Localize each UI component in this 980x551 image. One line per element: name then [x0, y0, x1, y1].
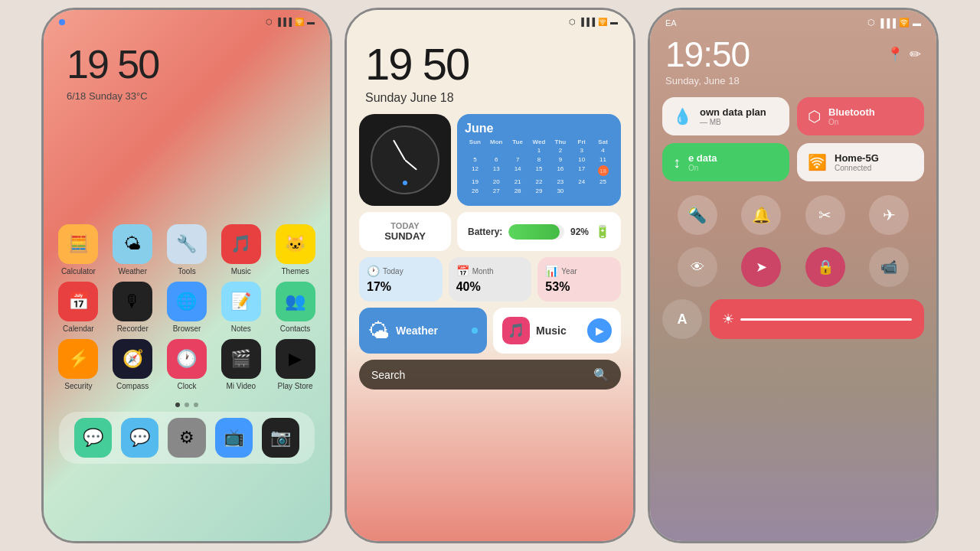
calendar-widget[interactable]: June SunMonTueWedThuFriSat 1234 56789101…	[457, 114, 621, 206]
clock-icon: 🕐	[167, 339, 207, 379]
eye-btn[interactable]: 👁	[678, 247, 717, 287]
battery-plug-icon: 🔋	[595, 224, 610, 239]
app-contacts[interactable]: 👥 Contacts	[271, 282, 319, 333]
phone3-location-icon: 📍	[887, 46, 903, 63]
music-label: Music	[231, 267, 251, 276]
app-security[interactable]: ⚡ Security	[54, 339, 103, 390]
dock-icon-2[interactable]: 💬	[121, 418, 158, 458]
calculator-label: Calculator	[61, 267, 96, 276]
phone-3: EA ⬡ ▐▐▐ 🛜 ▬ 19:50 📍 ✏ Sunday, June 18 💧…	[648, 8, 939, 543]
clock-minute-hand	[393, 140, 406, 161]
playstore-label: Play Store	[278, 382, 313, 390]
brightness-tile[interactable]: ☀	[710, 299, 924, 339]
phone3-top-icons: 📍 ✏	[887, 46, 921, 63]
lock-rotate-btn[interactable]: 🔒	[805, 247, 845, 287]
mivideo-icon: 🎬	[221, 339, 261, 379]
calculator-icon: 🧮	[58, 224, 98, 264]
app-notes[interactable]: 📝 Notes	[217, 282, 265, 333]
font-btn[interactable]: A	[662, 299, 702, 339]
dock-icon-1[interactable]: 💬	[74, 418, 112, 458]
month-usage-pct: 40%	[456, 280, 524, 294]
phone3-signal-icon: ▐▐▐	[878, 18, 896, 28]
control-tiles: 💧 own data plan — MB ⬡ Bluetooth On ↕ e …	[650, 97, 936, 181]
phone3-date: Sunday, June 18	[650, 75, 936, 97]
phone2-bluetooth-icon: ⬡	[569, 18, 576, 26]
phone3-battery-icon: ▬	[913, 18, 921, 28]
phone3-time-row: 19:50 📍 ✏	[650, 28, 936, 75]
app-tools[interactable]: 🔧 Tools	[163, 224, 211, 276]
location-btn[interactable]: ➤	[741, 247, 781, 287]
music-widget[interactable]: 🎵 Music ▶	[493, 308, 621, 354]
today-usage-widget[interactable]: 🕐 Today 17%	[359, 257, 443, 302]
dock-settings[interactable]: ⚙	[168, 418, 205, 458]
app-calendar[interactable]: 📅 Calendar	[54, 282, 103, 333]
bluetooth-tile-label: Bluetooth	[828, 106, 875, 118]
dock-icon-4[interactable]: 📺	[215, 418, 253, 458]
search-icon: 🔍	[593, 367, 609, 382]
today-widget[interactable]: TODAY SUNDAY	[359, 212, 451, 251]
weather-widget-label: Weather	[396, 324, 438, 337]
dot-2	[185, 403, 189, 407]
phone2-time: 19 50	[347, 26, 633, 91]
app-compass[interactable]: 🧭 Compass	[109, 339, 157, 390]
weather-widget[interactable]: 🌤 Weather	[359, 308, 487, 354]
app-clock[interactable]: 🕐 Clock	[163, 339, 211, 390]
app-recorder[interactable]: 🎙 Recorder	[109, 282, 157, 333]
wifi-tile-label: Home-5G	[835, 152, 879, 164]
battery-bar	[508, 224, 564, 240]
app-playstore[interactable]: ▶ Play Store	[271, 339, 319, 390]
bluetooth-tile[interactable]: ⬡ Bluetooth On	[797, 97, 924, 135]
browser-label: Browser	[173, 324, 201, 333]
app-themes[interactable]: 🐱 Themes	[271, 224, 319, 276]
phone3-status-bar: EA ⬡ ▐▐▐ 🛜 ▬	[650, 10, 936, 28]
wifi-icon: 🛜	[295, 18, 304, 26]
weather-label: Weather	[118, 267, 147, 276]
year-usage-widget[interactable]: 📊 Year 53%	[537, 257, 621, 302]
phone1-dot	[59, 19, 65, 25]
music-play-button[interactable]: ▶	[587, 318, 612, 343]
clock-widget[interactable]	[359, 114, 451, 206]
battery-widget[interactable]: Battery: 92% 🔋	[457, 212, 621, 251]
usage-row: 🕐 Today 17% 📅 Month 40% 📊 Year 53%	[347, 257, 633, 302]
app-browser[interactable]: 🌐 Browser	[163, 282, 211, 333]
phone2-wifi-icon: 🛜	[598, 18, 607, 26]
brightness-icon: ☀	[722, 311, 734, 328]
music-app-icon: 🎵	[502, 317, 530, 344]
dock-camera[interactable]: 📷	[262, 418, 299, 458]
bluetooth-ctrl-icon: ⬡	[808, 107, 821, 126]
data-plan-tile[interactable]: 💧 own data plan — MB	[662, 97, 789, 135]
today-label: TODAY	[390, 221, 419, 230]
wifi-tile[interactable]: 🛜 Home-5G Connected	[797, 143, 924, 181]
dot-1	[175, 403, 180, 407]
battery-percentage: 92%	[570, 227, 589, 237]
weather-sun-icon: 🌤	[368, 318, 390, 344]
dot-3	[194, 403, 198, 407]
playstore-icon: ▶	[276, 339, 315, 379]
video-btn[interactable]: 📹	[869, 247, 909, 287]
bluetooth-icon: ⬡	[266, 18, 273, 26]
app-calculator[interactable]: 🧮 Calculator	[54, 224, 103, 276]
phone1-app-grid: 🧮 Calculator 🌤 Weather 🔧 Tools 🎵 Music 🐱…	[44, 117, 330, 398]
month-usage-widget[interactable]: 📅 Month 40%	[449, 257, 532, 302]
today-battery-row: TODAY SUNDAY Battery: 92% 🔋	[347, 212, 633, 251]
app-mivideo[interactable]: 🎬 Mi Video	[217, 339, 265, 390]
phone1-date: 6/18 Sunday 33°C	[44, 90, 330, 117]
search-bar[interactable]: Search 🔍	[359, 360, 621, 390]
app-weather[interactable]: 🌤 Weather	[109, 224, 157, 276]
battery-label: Battery:	[468, 227, 502, 237]
contacts-icon: 👥	[276, 282, 315, 321]
bottom-ctrl-row: A ☀	[650, 293, 936, 345]
app-music[interactable]: 🎵 Music	[217, 224, 265, 276]
airplane-btn[interactable]: ✈	[869, 195, 909, 235]
page-dots	[44, 403, 330, 407]
bell-btn[interactable]: 🔔	[741, 195, 781, 235]
ctrl-icon-row-2: 👁 ➤ 🔒 📹	[650, 247, 936, 287]
phone1-time: 19 50	[44, 26, 330, 90]
themes-label: Themes	[282, 267, 309, 276]
mobile-data-text: e data On	[688, 152, 717, 172]
phone2-battery-icon: ▬	[610, 18, 618, 26]
flashlight-btn[interactable]: 🔦	[678, 195, 717, 235]
screenshot-btn[interactable]: ✂	[805, 195, 845, 235]
mobile-data-tile[interactable]: ↕ e data On	[662, 143, 789, 181]
phone1-status-icons: ⬡ ▐▐▐ 🛜 ▬	[266, 18, 315, 26]
